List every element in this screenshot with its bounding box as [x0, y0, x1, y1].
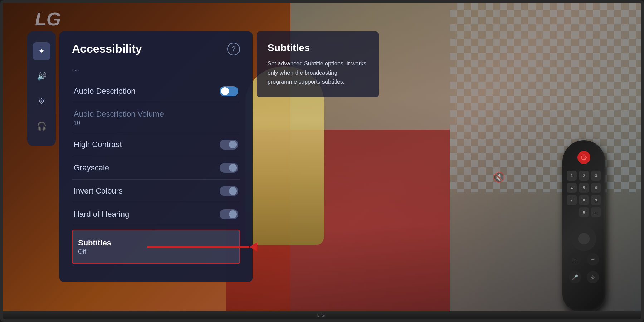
remote-nav-circle[interactable] [571, 226, 596, 251]
tv-screen: LG 🔇 ✦ 🔊 ⚙ 🎧 Accessibility ? ... Audio D… [0, 0, 644, 322]
high-contrast-toggle[interactable] [220, 140, 238, 150]
subtitles-label: Subtitles [78, 238, 111, 248]
audio-description-volume-item[interactable]: Audio Description Volume 10 [72, 103, 240, 133]
remote-container: ⏻ 1 2 3 4 5 6 7 8 9 0 ··· [548, 140, 620, 322]
remote-btn-6[interactable]: 6 [591, 183, 601, 193]
audio-description-item[interactable]: Audio Description [72, 80, 240, 103]
volume-icon: 🔇 [493, 171, 505, 183]
remote-btn-9[interactable]: 9 [591, 195, 601, 205]
remote-power-button[interactable]: ⏻ [577, 151, 590, 164]
arrow-annotation [147, 242, 258, 252]
gear-icon: ⚙ [591, 274, 595, 280]
home-icon: ⌂ [574, 257, 576, 262]
hard-of-hearing-label: Hard of Hearing [74, 210, 129, 219]
remote-bottom-icons: ⌂ ↩ 🎤 ⚙ [569, 253, 599, 283]
audio-description-toggle[interactable] [220, 86, 238, 96]
remote-btn-empty [567, 207, 577, 217]
lg-logo: LG [35, 8, 61, 30]
remote-btn-5[interactable]: 5 [579, 183, 589, 193]
remote-number-grid: 1 2 3 4 5 6 7 8 9 0 ··· [567, 171, 601, 217]
back-icon: ↩ [591, 257, 595, 262]
panel-dots: ... [72, 64, 240, 73]
remote-btn-0[interactable]: 0 [579, 207, 589, 217]
help-button[interactable]: ? [227, 43, 240, 55]
grayscale-toggle[interactable] [220, 163, 238, 173]
arrow-head [249, 242, 257, 252]
invert-colours-item[interactable]: Invert Colours [72, 180, 240, 203]
grayscale-item[interactable]: Grayscale [72, 156, 240, 180]
remote-btn-8[interactable]: 8 [579, 195, 589, 205]
headphone-icon: 🎧 [37, 122, 47, 131]
settings-icon: ⚙ [38, 97, 45, 106]
nav-item-sound[interactable]: 🔊 [33, 67, 50, 85]
accessibility-panel: Accessibility ? ... Audio Description Au… [59, 31, 253, 282]
side-nav: ✦ 🔊 ⚙ 🎧 [27, 31, 56, 146]
remote-nav-inner [578, 233, 590, 244]
remote-settings-button[interactable]: ⚙ [587, 271, 599, 283]
remote-btn-7[interactable]: 7 [567, 195, 577, 205]
hard-of-hearing-toggle[interactable] [220, 209, 238, 219]
sound-icon: 🔊 [37, 72, 47, 81]
hard-of-hearing-item[interactable]: Hard of Hearing [72, 203, 240, 226]
subtitles-value: Off [78, 248, 111, 255]
invert-colours-toggle[interactable] [220, 186, 238, 196]
remote-back-button[interactable]: ↩ [587, 253, 599, 265]
high-contrast-label: High Contrast [74, 140, 122, 149]
audio-description-label: Audio Description [74, 87, 135, 96]
audio-description-volume-label: Audio Description Volume [74, 109, 164, 119]
nav-item-accessibility[interactable]: 🎧 [33, 117, 50, 135]
tv-brand-label: LG [317, 313, 327, 317]
panel-header: Accessibility ? [72, 42, 240, 55]
picture-icon: ✦ [38, 47, 45, 56]
grayscale-label: Grayscale [74, 163, 109, 172]
remote-btn-2[interactable]: 2 [579, 171, 589, 181]
remote-btn-3[interactable]: 3 [591, 171, 601, 181]
power-icon: ⏻ [581, 154, 587, 161]
info-panel-description: Set advanced Subtitle options. It works … [268, 59, 368, 87]
arrow-line [147, 246, 249, 248]
subtitles-text-block: Subtitles Off [74, 238, 115, 256]
high-contrast-item[interactable]: High Contrast [72, 133, 240, 156]
audio-description-volume-value: 10 [74, 120, 164, 126]
remote-btn-more[interactable]: ··· [591, 207, 601, 217]
info-panel: Subtitles Set advanced Subtitle options.… [257, 31, 379, 97]
remote-mic-button[interactable]: 🎤 [569, 271, 581, 283]
panel-title: Accessibility [72, 42, 142, 55]
remote-home-button[interactable]: ⌂ [569, 253, 581, 265]
bezel-bottom: LG [3, 311, 641, 319]
remote-btn-4[interactable]: 4 [567, 183, 577, 193]
question-mark-icon: ? [232, 45, 235, 53]
remote-btn-1[interactable]: 1 [567, 171, 577, 181]
info-panel-title: Subtitles [268, 42, 368, 54]
mic-icon: 🎤 [572, 274, 578, 280]
invert-colours-label: Invert Colours [74, 186, 123, 196]
nav-item-settings[interactable]: ⚙ [33, 92, 50, 110]
subtitles-row-wrapper: Subtitles Off [72, 230, 240, 264]
remote-body: ⏻ 1 2 3 4 5 6 7 8 9 0 ··· [562, 140, 605, 312]
nav-item-picture[interactable]: ✦ [33, 42, 50, 60]
